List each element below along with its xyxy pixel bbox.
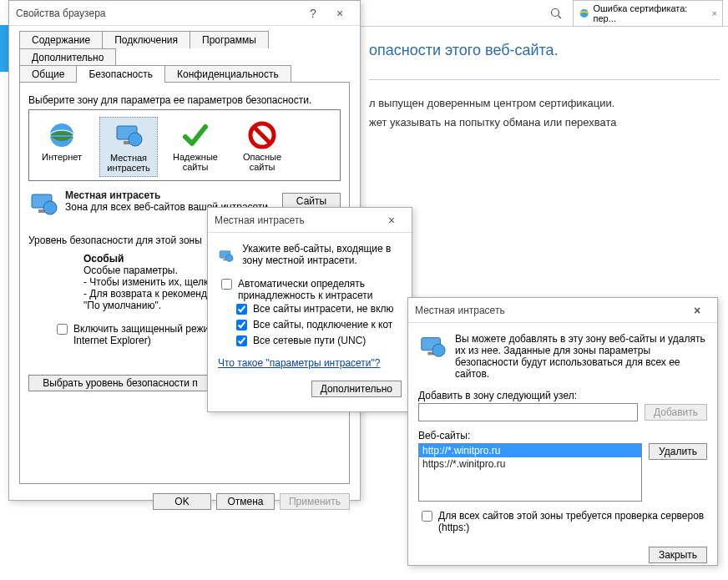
ie-logo-icon (579, 8, 589, 19)
chk2-input[interactable] (236, 320, 247, 330)
zone-label: Надежные сайты (173, 152, 218, 172)
search-icon[interactable] (549, 7, 563, 20)
require-https-checkbox[interactable]: Для всех сайтов этой зоны требуется пров… (418, 510, 707, 533)
auto-detect-checkbox[interactable]: Автоматически определять принадлежность … (218, 278, 402, 301)
zone-prompt: Выберите зону для параметра ее параметро… (28, 94, 341, 106)
cert-warning-line1: л выпущен доверенным центром сертификаци… (361, 85, 728, 113)
chk2-label: Все сайты, подключение к кот (253, 319, 392, 330)
close-button[interactable]: × (326, 3, 353, 23)
add-button[interactable]: Добавить (645, 404, 707, 421)
no-entry-icon (247, 120, 277, 150)
cert-warning-line2: жет указывать на попытку обмана или пере… (361, 113, 728, 132)
svg-point-0 (552, 8, 559, 16)
chk3-label: Все сетевые пути (UNC) (253, 335, 366, 346)
apply-button[interactable]: Применить (280, 493, 350, 510)
svg-point-7 (129, 133, 142, 146)
zone-label: Опасные сайты (243, 152, 281, 172)
intranet-settings-dialog: Местная интрасеть × Укажите веб-сайты, в… (207, 207, 412, 412)
titlebar: Местная интрасеть × (408, 298, 717, 323)
tab-advanced[interactable]: Дополнительно (19, 48, 116, 66)
svg-point-18 (432, 344, 445, 356)
zone-trusted[interactable]: Надежные сайты (166, 117, 225, 177)
selected-zone-title: Местная интрасеть (65, 189, 276, 201)
zone-label: Интернет (42, 152, 82, 162)
svg-point-15 (226, 255, 234, 262)
ie-toolbar: Ошибка сертификата: пер... × (361, 0, 728, 27)
close-icon[interactable]: × (712, 8, 717, 18)
zone-label: Местная интрасеть (107, 153, 150, 173)
cert-warning-heading: опасности этого веб-сайта. (361, 27, 728, 74)
chk1-label: Все сайты интрасети, не вклю (253, 303, 394, 315)
advanced-button[interactable]: Дополнительно (311, 381, 402, 397)
monitor-globe-icon (218, 243, 234, 270)
zone-restricted[interactable]: Опасные сайты (233, 117, 291, 177)
titlebar: Свойства браузера ? × (9, 1, 360, 26)
chk3-input[interactable] (236, 335, 247, 346)
list-label: Веб-сайты: (418, 430, 707, 441)
dialog-title: Местная интрасеть (415, 305, 684, 316)
tab-privacy[interactable]: Конфиденциальность (164, 65, 291, 83)
globe-icon (47, 120, 77, 150)
tab-security[interactable]: Безопасность (76, 65, 165, 83)
chk1-input[interactable] (236, 304, 247, 315)
intranet-desc: Укажите веб-сайты, входящие в зону местн… (242, 243, 402, 266)
tab-content[interactable]: Содержание (19, 31, 103, 48)
cancel-button[interactable]: Отмена (216, 493, 275, 510)
ok-button[interactable]: OK (153, 493, 211, 510)
help-button[interactable]: ? (300, 3, 326, 23)
tab-row-1: Содержание Подключения Программы Дополни… (19, 31, 350, 66)
dialog-title: Местная интрасеть (215, 214, 378, 226)
unc-paths-checkbox[interactable]: Все сетевые пути (UNC) (233, 335, 402, 349)
auto-detect-label: Автоматически определять принадлежность … (238, 278, 402, 301)
zone-selector: Интернет Местная интрасеть Надежные сайт… (28, 109, 341, 181)
list-item[interactable]: http://*.winitpro.ru (419, 444, 641, 457)
ie-tab-title: Ошибка сертификата: пер... (593, 3, 708, 23)
close-button[interactable]: × (378, 210, 405, 230)
reset-level-button[interactable]: Выбрать уровень безопасности п (28, 375, 212, 391)
dialog-title: Свойства браузера (16, 8, 300, 19)
titlebar: Местная интрасеть × (208, 208, 412, 233)
require-https-label: Для всех сайтов этой зоны требуется пров… (438, 510, 707, 533)
add-label: Добавить в зону следующий узел: (418, 390, 707, 401)
auto-detect-input[interactable] (221, 279, 232, 290)
monitor-globe-icon (114, 121, 144, 151)
svg-line-1 (559, 15, 562, 18)
checkmark-icon (180, 120, 210, 150)
list-item[interactable]: https://*.winitpro.ru (419, 457, 641, 471)
intranet-help-link[interactable]: Что такое "параметры интрасети"? (218, 357, 380, 369)
intranet-sites-dialog: Местная интрасеть × Вы можете добавлять … (407, 297, 718, 566)
tab-connections[interactable]: Подключения (102, 31, 190, 48)
tab-programs[interactable]: Программы (190, 31, 269, 48)
protected-mode-input[interactable] (57, 324, 68, 335)
ie-browser-tab[interactable]: Ошибка сертификата: пер... × (573, 0, 723, 27)
bypass-proxy-checkbox[interactable]: Все сайты, подключение к кот (233, 319, 402, 333)
svg-point-2 (580, 8, 589, 17)
require-https-input[interactable] (422, 511, 432, 522)
zone-internet[interactable]: Интернет (33, 117, 91, 177)
svg-point-12 (43, 201, 57, 214)
tab-row-2: Общие Безопасность Конфиденциальность (19, 65, 350, 83)
monitor-globe-icon (418, 333, 447, 361)
ie-background: Ошибка сертификата: пер... × опасности э… (361, 0, 728, 209)
sites-listbox[interactable]: http://*.winitpro.ru https://*.winitpro.… (418, 443, 642, 502)
delete-button[interactable]: Удалить (649, 443, 707, 460)
monitor-globe-icon (28, 189, 58, 219)
add-site-input[interactable] (418, 403, 638, 421)
zone-local-intranet[interactable]: Местная интрасеть (99, 117, 158, 177)
include-intranet-checkbox[interactable]: Все сайты интрасети, не вклю (233, 303, 402, 317)
close-dialog-button[interactable]: Закрыть (649, 547, 707, 563)
close-button[interactable]: × (684, 300, 710, 320)
sites-desc: Вы можете добавлять в эту зону веб-сайты… (455, 333, 707, 380)
tab-general[interactable]: Общие (19, 65, 77, 83)
